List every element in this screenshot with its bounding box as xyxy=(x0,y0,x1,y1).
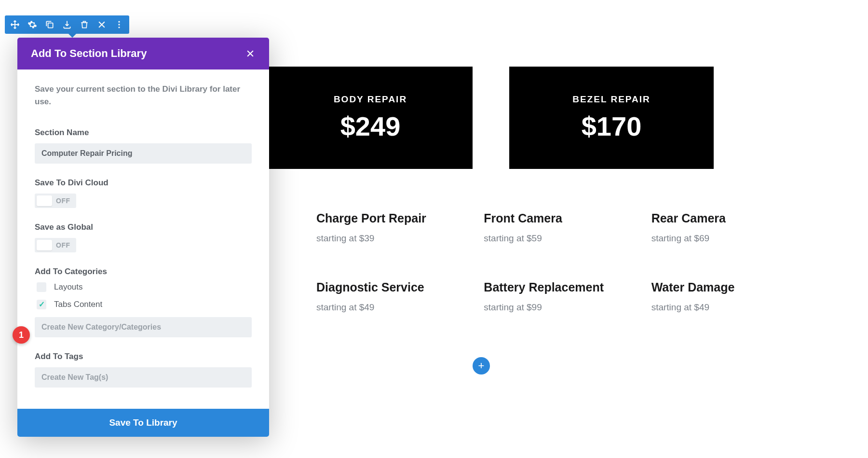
save-library-icon[interactable] xyxy=(62,19,72,30)
pricing-card-price: $170 xyxy=(582,111,642,142)
service-title: Front Camera xyxy=(484,211,612,225)
category-label: Layouts xyxy=(54,282,83,292)
new-category-input[interactable] xyxy=(35,317,252,337)
service-title: Charge Port Repair xyxy=(316,211,445,225)
pricing-card-title: BEZEL REPAIR xyxy=(572,94,651,105)
section-name-field: Section Name xyxy=(35,128,252,164)
service-item: Charge Port Repair starting at $39 xyxy=(316,211,445,244)
categories-label: Add To Categories xyxy=(35,267,252,277)
category-item-tabs-content[interactable]: Tabs Content xyxy=(37,300,252,309)
save-to-library-button[interactable]: Save To Library xyxy=(17,409,269,437)
service-title: Water Damage xyxy=(651,280,780,294)
services-grid: Charge Port Repair starting at $39 Front… xyxy=(316,211,780,313)
service-price: starting at $99 xyxy=(484,302,612,313)
close-icon[interactable] xyxy=(96,19,107,30)
modal-title: Add To Section Library xyxy=(31,47,147,60)
service-price: starting at $69 xyxy=(651,233,780,244)
categories-field: Add To Categories Layouts Tabs Content xyxy=(35,267,252,337)
modal-description: Save your current section to the Divi Li… xyxy=(35,83,252,109)
pricing-card-title: BODY REPAIR xyxy=(334,94,407,105)
category-checkbox[interactable] xyxy=(37,282,46,292)
toggle-knob xyxy=(37,240,52,250)
service-item: Battery Replacement starting at $99 xyxy=(484,280,612,313)
gear-icon[interactable] xyxy=(27,19,38,30)
service-price: starting at $49 xyxy=(316,302,445,313)
trash-icon[interactable] xyxy=(79,19,90,30)
section-toolbar xyxy=(5,15,129,34)
toggle-state: OFF xyxy=(56,197,70,205)
category-label: Tabs Content xyxy=(54,300,102,309)
more-icon[interactable] xyxy=(114,19,124,30)
save-to-cloud-field: Save To Divi Cloud OFF xyxy=(35,178,252,208)
svg-rect-0 xyxy=(48,23,53,28)
pricing-card-price: $249 xyxy=(340,111,401,142)
modal-body: Save your current section to the Divi Li… xyxy=(17,69,269,409)
new-tag-input[interactable] xyxy=(35,367,252,388)
modal-header: Add To Section Library xyxy=(17,38,269,69)
add-to-library-modal: Add To Section Library Save your current… xyxy=(17,38,269,437)
service-item: Rear Camera starting at $69 xyxy=(651,211,780,244)
annotation-badge: 1 xyxy=(13,326,30,344)
save-as-global-label: Save as Global xyxy=(35,222,252,232)
section-name-label: Section Name xyxy=(35,128,252,138)
toolbar-caret xyxy=(68,33,77,38)
modal-close-button[interactable] xyxy=(245,48,256,59)
tags-field: Add To Tags xyxy=(35,352,252,388)
save-as-global-toggle[interactable]: OFF xyxy=(35,238,76,252)
service-item: Water Damage starting at $49 xyxy=(651,280,780,313)
service-price: starting at $59 xyxy=(484,233,612,244)
category-checkbox[interactable] xyxy=(37,300,46,309)
move-icon[interactable] xyxy=(10,19,20,30)
pricing-card: BODY REPAIR $249 xyxy=(268,67,473,169)
save-as-global-field: Save as Global OFF xyxy=(35,222,252,252)
toggle-state: OFF xyxy=(56,241,70,249)
svg-point-2 xyxy=(118,24,120,25)
add-module-button[interactable]: + xyxy=(473,357,490,375)
section-name-input[interactable] xyxy=(35,143,252,164)
service-price: starting at $49 xyxy=(651,302,780,313)
plus-icon: + xyxy=(478,360,485,372)
toggle-knob xyxy=(37,195,52,206)
tags-label: Add To Tags xyxy=(35,352,252,361)
svg-point-3 xyxy=(118,27,120,28)
service-title: Battery Replacement xyxy=(484,280,612,294)
service-item: Front Camera starting at $59 xyxy=(484,211,612,244)
service-price: starting at $39 xyxy=(316,233,445,244)
duplicate-icon[interactable] xyxy=(44,19,55,30)
service-item: Diagnostic Service starting at $49 xyxy=(316,280,445,313)
annotation-number: 1 xyxy=(19,330,24,340)
save-to-cloud-label: Save To Divi Cloud xyxy=(35,178,252,188)
save-to-library-label: Save To Library xyxy=(109,417,177,428)
svg-point-1 xyxy=(118,21,120,23)
category-item-layouts[interactable]: Layouts xyxy=(37,282,252,292)
service-title: Rear Camera xyxy=(651,211,780,225)
service-title: Diagnostic Service xyxy=(316,280,445,294)
pricing-card: BEZEL REPAIR $170 xyxy=(509,67,714,169)
save-to-cloud-toggle[interactable]: OFF xyxy=(35,194,76,208)
